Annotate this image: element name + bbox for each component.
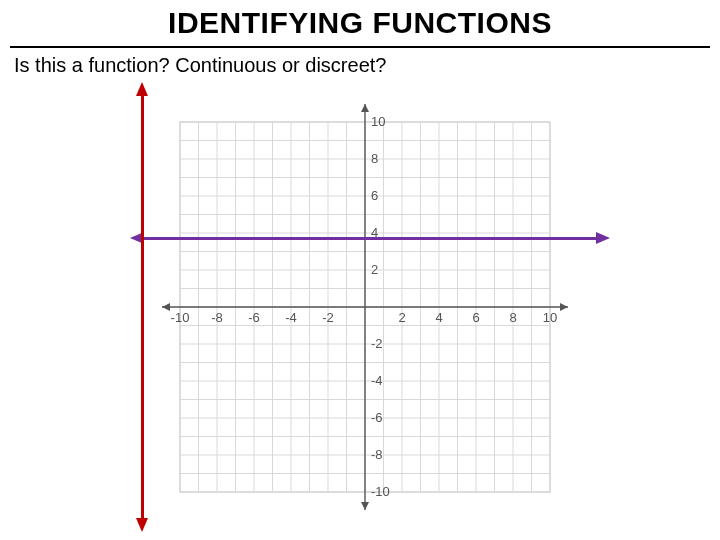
subtitle-question: Is this a function? Continuous or discre… [14, 54, 386, 77]
vertical-line-test [141, 92, 144, 522]
svg-text:-2: -2 [371, 336, 383, 351]
coordinate-plane: placeholder -10-8-6-4-2246810-10-8-6-4-2… [150, 92, 580, 522]
svg-text:6: 6 [371, 188, 378, 203]
svg-text:2: 2 [371, 262, 378, 277]
title-underline [10, 46, 710, 48]
y-axis-arrow-down-icon [361, 502, 369, 510]
grid-svg: placeholder -10-8-6-4-2246810-10-8-6-4-2… [150, 92, 580, 522]
svg-text:-8: -8 [211, 310, 223, 325]
svg-text:-4: -4 [285, 310, 297, 325]
svg-text:-6: -6 [371, 410, 383, 425]
svg-text:-2: -2 [322, 310, 334, 325]
svg-text:4: 4 [435, 310, 442, 325]
svg-text:-4: -4 [371, 373, 383, 388]
svg-text:10: 10 [543, 310, 557, 325]
page-title: IDENTIFYING FUNCTIONS [0, 6, 720, 40]
svg-text:8: 8 [509, 310, 516, 325]
svg-text:-10: -10 [171, 310, 190, 325]
red-arrow-down-icon [136, 518, 148, 532]
x-axis-arrow-right-icon [560, 303, 568, 311]
svg-text:-8: -8 [371, 447, 383, 462]
y-axis-arrow-up-icon [361, 104, 369, 112]
purple-arrow-right-icon [596, 232, 610, 244]
svg-text:-10: -10 [371, 484, 390, 499]
svg-text:6: 6 [472, 310, 479, 325]
red-arrow-up-icon [136, 82, 148, 96]
svg-text:2: 2 [398, 310, 405, 325]
x-axis-arrow-left-icon [162, 303, 170, 311]
svg-text:-6: -6 [248, 310, 260, 325]
graph-horizontal-line [140, 237, 598, 240]
svg-text:8: 8 [371, 151, 378, 166]
svg-text:10: 10 [371, 114, 385, 129]
